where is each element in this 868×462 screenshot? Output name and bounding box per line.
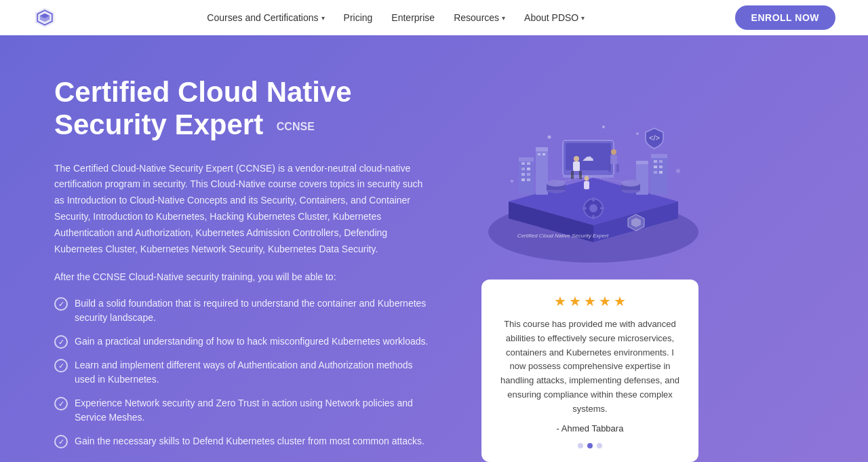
hero-description: The Certified Cloud-Native Security Expe… [54, 161, 434, 258]
svg-rect-41 [583, 208, 587, 210]
svg-rect-58 [584, 181, 589, 189]
check-icon [54, 335, 68, 349]
svg-rect-20 [538, 153, 540, 155]
bullet-item: Build a solid foundation that is require… [54, 296, 434, 325]
check-icon [54, 397, 68, 410]
logo[interactable] [33, 5, 57, 30]
svg-rect-51 [571, 171, 574, 179]
svg-rect-50 [573, 161, 580, 171]
svg-rect-15 [527, 173, 530, 176]
svg-point-53 [611, 149, 616, 155]
svg-rect-28 [654, 171, 657, 174]
svg-rect-12 [521, 168, 525, 170]
hero-section: Certified Cloud Native Security Expert C… [0, 35, 868, 462]
svg-rect-27 [659, 166, 663, 168]
enroll-now-button[interactable]: ENROLL NOW [735, 5, 835, 30]
svg-point-65 [511, 180, 513, 182]
svg-rect-26 [654, 166, 657, 168]
bullet-item: Learn and implement different ways of Au… [54, 358, 434, 387]
svg-point-62 [548, 136, 551, 139]
star-5: ★ [614, 293, 626, 309]
check-icon [54, 435, 68, 448]
svg-rect-24 [654, 160, 657, 163]
svg-rect-21 [542, 153, 545, 155]
svg-text:</>: </> [649, 134, 660, 142]
svg-rect-13 [527, 168, 530, 170]
review-card: ★ ★ ★ ★ ★ This course has provided me wi… [481, 280, 698, 462]
hero-after-text: After the CCNSE Cloud-Native security tr… [54, 269, 434, 286]
svg-rect-42 [600, 208, 604, 210]
svg-rect-19 [536, 147, 548, 151]
svg-rect-18 [536, 147, 548, 195]
carousel-dot-1[interactable] [578, 443, 583, 448]
svg-rect-52 [579, 171, 582, 179]
svg-text:Certified Cloud Native Securit: Certified Cloud Native Security Expert [517, 233, 609, 239]
star-4: ★ [599, 293, 611, 309]
svg-rect-11 [527, 162, 530, 165]
hero-content-right: ☁ </> [461, 76, 719, 462]
svg-point-63 [636, 132, 639, 135]
svg-rect-9 [519, 157, 534, 161]
nav-resources[interactable]: Resources ▾ [454, 12, 505, 23]
nav-links: Courses and Certifications ▾ Pricing Ent… [207, 12, 585, 23]
bullet-item: Gain the necessary skills to Defend Kube… [54, 434, 434, 448]
review-author: - Ahmed Tabbara [498, 423, 682, 434]
svg-rect-55 [608, 164, 611, 172]
svg-point-64 [676, 169, 680, 173]
review-text: This course has provided me with advance… [498, 317, 682, 417]
star-3: ★ [584, 293, 596, 309]
course-illustration: ☁ </> [468, 76, 712, 266]
check-icon [54, 297, 68, 311]
star-1: ★ [554, 293, 566, 309]
nav-pricing[interactable]: Pricing [344, 12, 373, 23]
svg-text:☁: ☁ [582, 150, 594, 163]
star-rating: ★ ★ ★ ★ ★ [498, 293, 682, 309]
nav-enterprise[interactable]: Enterprise [391, 12, 435, 23]
hero-title: Certified Cloud Native Security Expert C… [54, 76, 434, 142]
carousel-dot-2[interactable] [587, 443, 593, 448]
bullet-list: Build a solid foundation that is require… [54, 296, 434, 448]
svg-rect-56 [616, 164, 619, 172]
svg-rect-23 [651, 154, 667, 158]
svg-rect-31 [636, 161, 648, 164]
bullet-item: Experience Network security and Zero Tru… [54, 396, 434, 425]
svg-rect-17 [527, 178, 530, 181]
svg-rect-40 [593, 215, 595, 219]
check-icon [54, 359, 68, 372]
svg-rect-8 [519, 157, 534, 195]
nav-about[interactable]: About PDSO ▾ [524, 12, 585, 23]
svg-rect-16 [521, 178, 525, 181]
svg-rect-39 [593, 197, 595, 201]
svg-rect-29 [659, 171, 663, 174]
nav-courses[interactable]: Courses and Certifications ▾ [207, 12, 324, 23]
svg-point-38 [589, 204, 597, 212]
svg-point-66 [602, 126, 605, 128]
carousel-dots [498, 443, 682, 448]
svg-rect-25 [659, 160, 663, 163]
star-2: ★ [569, 293, 581, 309]
navbar: Courses and Certifications ▾ Pricing Ent… [0, 0, 868, 35]
svg-rect-10 [521, 162, 525, 165]
hero-badge: CCNSE [277, 121, 315, 133]
chevron-down-icon: ▾ [502, 14, 505, 22]
chevron-down-icon: ▾ [321, 14, 325, 22]
svg-rect-14 [521, 173, 525, 176]
bullet-item: Gain a practical understanding of how to… [54, 334, 434, 349]
svg-rect-54 [610, 155, 617, 164]
carousel-dot-3[interactable] [597, 443, 602, 448]
hero-content-left: Certified Cloud Native Security Expert C… [54, 76, 461, 448]
chevron-down-icon: ▾ [581, 14, 585, 22]
svg-point-49 [574, 156, 579, 161]
